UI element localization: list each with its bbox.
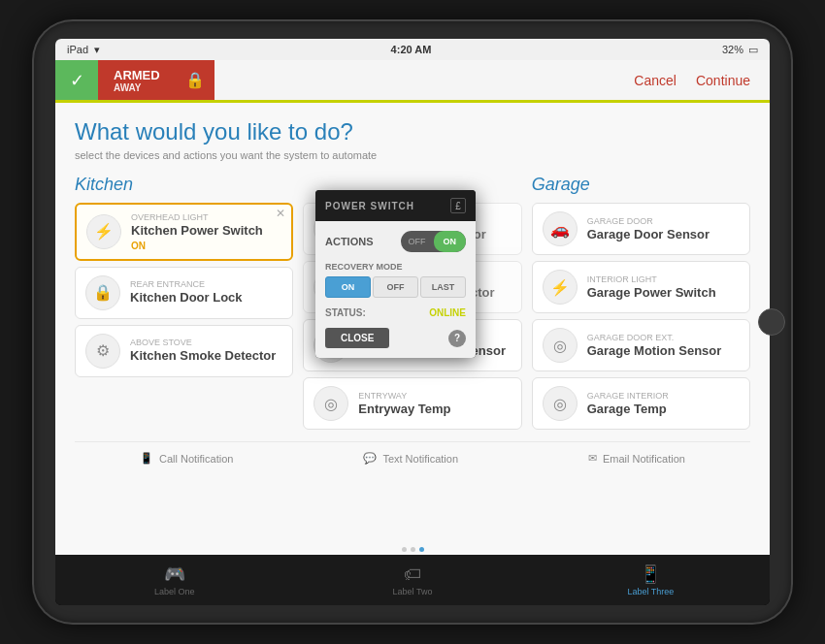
tab-dot-1 [402, 547, 407, 552]
device-info-smoke: Above Stove Kitchen Smoke Detector [130, 338, 282, 364]
tab-item-three[interactable]: 📱 Label Three [532, 560, 770, 600]
device-card-garage-power[interactable]: ⚡ Interior Light Garage Power Switch [532, 261, 750, 313]
cancel-button[interactable]: Cancel [634, 73, 676, 88]
modal-status-row: STATUS: ONLINE [325, 307, 466, 318]
tab-dots [55, 544, 770, 555]
modal-popup: POWER SWITCH £ ACTIONS OFF ON [315, 190, 476, 358]
recovery-btn-off[interactable]: OFF [373, 276, 418, 298]
recovery-btn-on[interactable]: ON [325, 276, 371, 298]
modal-actions-label: ACTIONS [325, 236, 374, 247]
garage-column: Garage 🚗 Garage Door Garage Door Sensor … [532, 175, 750, 435]
status-bar-right: 32% ▭ [722, 44, 758, 56]
recovery-section: RECOVERY MODE ON OFF LAST [325, 262, 466, 298]
tab-item-one[interactable]: 🎮 Label One [55, 560, 293, 600]
device-card-kitchen-power-switch[interactable]: ✕ ⚡ Overhead Light Kitchen Power Switch … [75, 203, 293, 261]
armed-label: ARMED AWAY [98, 60, 176, 100]
device-name-kitchen-power: Kitchen Power Switch [131, 223, 281, 239]
text-label: Text Notification [382, 453, 458, 465]
tab-icon-three: 📱 [640, 564, 661, 585]
actions-toggle[interactable]: OFF ON [401, 231, 467, 252]
device-card-garage-temp[interactable]: ◎ Garage Interior Garage Temp [532, 377, 750, 430]
device-icon-power: ⚡ [86, 214, 121, 249]
device-card-garage-door[interactable]: 🚗 Garage Door Garage Door Sensor [532, 203, 750, 255]
modal-title: POWER SWITCH [325, 201, 414, 211]
device-label-garage-door-ext: Garage Door Ext. [587, 333, 740, 342]
tab-icon-one: 🎮 [164, 564, 185, 585]
device-label-overhead: Overhead Light [131, 212, 281, 222]
tab-dot-3 [419, 547, 424, 552]
device-label-interior-light: Interior Light [587, 274, 740, 284]
text-icon: 💬 [363, 452, 377, 465]
armed-lock-icon: 🔒 [176, 60, 214, 100]
recovery-btn-last[interactable]: LAST [420, 276, 466, 298]
device-icon-garage-temp: ◎ [543, 386, 578, 421]
ipad-home-button[interactable] [758, 308, 785, 336]
modal-status-label: STATUS: [325, 307, 366, 318]
device-info-lock: Rear Entrance Kitchen Door Lock [130, 279, 282, 306]
device-icon-smoke: ⚙ [85, 334, 120, 369]
kitchen-title: Kitchen [75, 175, 293, 195]
status-bar: iPad ▾ 4:20 AM 32% ▭ [55, 39, 770, 60]
call-icon: 📱 [140, 452, 153, 465]
main-area: What would you like to do? select the de… [55, 103, 770, 555]
device-name-temp: Entryway Temp [358, 402, 511, 417]
armed-title: ARMED [114, 68, 160, 82]
tab-icon-two: 🏷 [404, 564, 421, 585]
recovery-label: RECOVERY MODE [325, 262, 466, 272]
garage-title: Garage [532, 175, 750, 195]
tab-label-three: Label Three [627, 587, 674, 596]
device-info: Overhead Light Kitchen Power Switch ON [131, 212, 281, 251]
card-close-icon[interactable]: ✕ [276, 207, 285, 220]
main-content: What would you like to do? select the de… [55, 103, 770, 544]
device-card-smoke-detector[interactable]: ⚙ Above Stove Kitchen Smoke Detector [75, 325, 293, 377]
modal-close-button[interactable]: CLOSE [325, 328, 389, 348]
modal-actions-row: ACTIONS OFF ON [325, 231, 466, 252]
modal-status-value: ONLINE [429, 307, 466, 318]
device-card-entryway-temp[interactable]: ◎ Entryway Entryway Temp [303, 377, 521, 430]
modal-help-icon[interactable]: ? [448, 330, 466, 347]
page-subtitle: select the devices and actions you want … [75, 149, 750, 161]
modal-close-row: CLOSE ? [325, 328, 466, 348]
tab-bar: 🎮 Label One 🏷 Label Two 📱 Label Three [55, 555, 770, 605]
device-info-garage-motion: Garage Door Ext. Garage Motion Sensor [587, 333, 740, 359]
top-bar: ✓ ARMED AWAY 🔒 Cancel Continue [55, 60, 770, 103]
toggle-off-label: OFF [401, 231, 434, 252]
device-label-garage-door: Garage Door [587, 216, 740, 226]
ipad-frame: iPad ▾ 4:20 AM 32% ▭ ✓ ARMED AWAY [34, 21, 791, 623]
device-label: iPad [67, 44, 88, 55]
device-label-above-stove: Above Stove [130, 338, 282, 347]
device-name-door-lock: Kitchen Door Lock [130, 290, 282, 306]
status-bar-time: 4:20 AM [391, 44, 432, 55]
device-icon-garage-power: ⚡ [543, 270, 578, 305]
device-status-on: ON [131, 241, 281, 251]
kitchen-column: Kitchen ✕ ⚡ Overhead Light Kitchen Power… [75, 175, 293, 435]
device-icon-lock: 🔒 [85, 275, 120, 310]
device-icon-garage-door: 🚗 [543, 211, 578, 246]
device-info-temp: Entryway Entryway Temp [358, 391, 511, 417]
device-name-garage-motion: Garage Motion Sensor [587, 343, 740, 359]
tab-label-one: Label One [154, 587, 195, 596]
device-icon-temp: ◎ [314, 386, 348, 421]
email-icon: ✉ [588, 452, 597, 465]
page-title: What would you like to do? [75, 118, 750, 145]
tab-dot-2 [411, 547, 415, 552]
email-notification[interactable]: ✉ Email Notification [588, 452, 685, 465]
device-label-rear: Rear Entrance [130, 279, 282, 289]
text-notification[interactable]: 💬 Text Notification [363, 452, 458, 465]
tab-item-two[interactable]: 🏷 Label Two [293, 561, 531, 600]
recovery-buttons: ON OFF LAST [325, 276, 466, 298]
device-label-garage-interior: Garage Interior [587, 391, 740, 401]
armed-check: ✓ [55, 60, 98, 100]
top-bar-spacer [214, 60, 635, 100]
call-notification[interactable]: 📱 Call Notification [140, 452, 233, 465]
device-card-garage-motion[interactable]: ◎ Garage Door Ext. Garage Motion Sensor [532, 319, 750, 371]
device-label-entryway: Entryway [358, 391, 511, 401]
device-name-smoke: Kitchen Smoke Detector [130, 348, 282, 364]
device-card-kitchen-door-lock[interactable]: 🔒 Rear Entrance Kitchen Door Lock [75, 267, 293, 319]
continue-button[interactable]: Continue [696, 73, 750, 88]
modal-info-icon[interactable]: £ [450, 198, 466, 213]
device-info-garage-power: Interior Light Garage Power Switch [587, 274, 740, 301]
device-name-garage-power: Garage Power Switch [587, 285, 740, 301]
status-bar-left: iPad ▾ [67, 44, 100, 56]
top-bar-actions: Cancel Continue [634, 60, 770, 100]
